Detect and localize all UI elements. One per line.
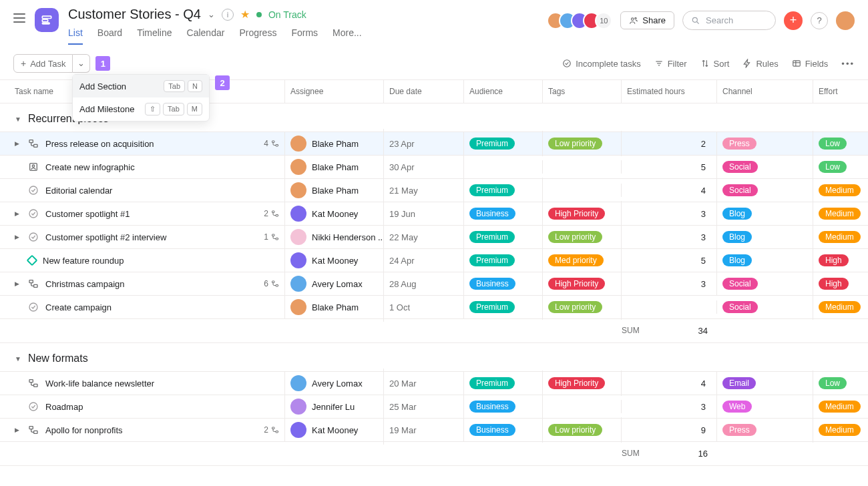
channel-cell[interactable]: Web bbox=[717, 394, 813, 419]
effort-cell[interactable]: Medium bbox=[813, 224, 868, 250]
task-name[interactable]: Roadmap bbox=[45, 402, 279, 412]
member-avatars[interactable]: 10 bbox=[547, 12, 612, 29]
tag-pill[interactable]: High Priority bbox=[548, 377, 605, 389]
audience-cell[interactable]: Business bbox=[464, 417, 543, 443]
tab-more[interactable]: More... bbox=[333, 27, 362, 45]
fields-button[interactable]: Fields bbox=[792, 59, 829, 69]
tag-pill[interactable]: High bbox=[819, 278, 849, 290]
hours-cell[interactable]: 9 bbox=[622, 419, 717, 442]
task-row[interactable]: ▶Christmas campaign6 Avery Lomax28 AugBu… bbox=[0, 272, 868, 296]
task-name[interactable]: Work-life balance newsletter bbox=[45, 379, 279, 389]
hours-cell[interactable]: 4 bbox=[622, 372, 717, 395]
title-chevron-icon[interactable]: ⌄ bbox=[208, 9, 215, 19]
hours-cell[interactable]: 3 bbox=[622, 226, 717, 249]
tags-cell[interactable]: Med priority bbox=[543, 248, 622, 273]
project-title[interactable]: Customer Stories - Q4 bbox=[68, 7, 201, 22]
tag-pill[interactable]: Social bbox=[722, 161, 758, 173]
audience-cell[interactable]: Premium bbox=[464, 294, 543, 320]
tag-pill[interactable]: Low bbox=[819, 161, 847, 173]
tags-cell[interactable] bbox=[543, 184, 622, 197]
tag-pill[interactable]: Business bbox=[469, 208, 515, 220]
tag-pill[interactable]: Press bbox=[722, 424, 756, 436]
due-date-cell[interactable]: 22 May bbox=[384, 226, 464, 249]
task-name[interactable]: Create new infographic bbox=[45, 162, 279, 172]
effort-cell[interactable]: Medium bbox=[813, 201, 868, 226]
tab-forms[interactable]: Forms bbox=[291, 27, 318, 45]
col-channel[interactable]: Channel bbox=[717, 80, 813, 103]
rules-button[interactable]: Rules bbox=[742, 59, 778, 69]
tag-pill[interactable]: Press bbox=[722, 138, 756, 150]
task-row[interactable]: ▶Customer spotlight #12 Kat Mooney19 Jun… bbox=[0, 202, 868, 226]
task-name[interactable]: Customer spotlight #2 interview bbox=[45, 232, 257, 242]
tag-pill[interactable]: Medium bbox=[819, 301, 861, 313]
tag-pill[interactable]: Low bbox=[819, 138, 847, 150]
channel-cell[interactable]: Email bbox=[717, 371, 813, 396]
tag-pill[interactable]: Premium bbox=[469, 138, 515, 150]
tag-pill[interactable]: Medium bbox=[819, 231, 861, 243]
audience-cell[interactable]: Business bbox=[464, 394, 543, 419]
tag-pill[interactable]: Low priority bbox=[548, 138, 602, 150]
channel-cell[interactable]: Press bbox=[717, 131, 813, 156]
status-text[interactable]: On Track bbox=[268, 9, 306, 20]
col-tags[interactable]: Tags bbox=[543, 80, 622, 103]
tag-pill[interactable]: Business bbox=[469, 424, 515, 436]
tag-pill[interactable]: Business bbox=[469, 401, 515, 413]
task-name[interactable]: Create campaign bbox=[45, 302, 279, 312]
tab-list[interactable]: List bbox=[68, 27, 83, 45]
tag-pill[interactable]: Blog bbox=[722, 208, 752, 220]
section-collapse-icon[interactable]: ▼ bbox=[15, 115, 21, 123]
due-date-cell[interactable]: 19 Jun bbox=[384, 202, 464, 226]
hours-cell[interactable] bbox=[622, 300, 717, 314]
task-name[interactable]: Customer spotlight #1 bbox=[45, 209, 257, 219]
profile-avatar[interactable] bbox=[836, 11, 855, 30]
tag-pill[interactable]: Web bbox=[722, 401, 752, 413]
add-task-button[interactable]: + Add Task bbox=[13, 54, 73, 73]
effort-cell[interactable]: Medium bbox=[813, 394, 868, 419]
filter-button[interactable]: Filter bbox=[654, 59, 687, 69]
task-row[interactable]: Create campaignBlake Pham1 OctPremiumLow… bbox=[0, 296, 868, 319]
search-input[interactable]: Search bbox=[682, 11, 776, 30]
effort-cell[interactable]: Medium bbox=[813, 178, 868, 203]
tag-pill[interactable]: High Priority bbox=[548, 208, 605, 220]
tag-pill[interactable]: Premium bbox=[469, 377, 515, 389]
hours-cell[interactable]: 4 bbox=[622, 179, 717, 202]
tags-cell[interactable]: High Priority bbox=[543, 371, 622, 396]
tags-cell[interactable] bbox=[543, 400, 622, 413]
audience-cell[interactable]: Premium bbox=[464, 224, 543, 250]
tags-cell[interactable]: High Priority bbox=[543, 271, 622, 296]
effort-cell[interactable]: Medium bbox=[813, 417, 868, 443]
hours-cell[interactable]: 3 bbox=[622, 395, 717, 419]
tag-pill[interactable]: Low priority bbox=[548, 231, 602, 243]
task-name[interactable]: Christmas campaign bbox=[45, 279, 257, 289]
effort-cell[interactable]: Low bbox=[813, 131, 868, 156]
effort-cell[interactable]: High bbox=[813, 248, 868, 273]
share-button[interactable]: Share bbox=[620, 11, 674, 29]
tab-calendar[interactable]: Calendar bbox=[187, 27, 225, 45]
star-icon[interactable]: ★ bbox=[240, 8, 250, 21]
channel-cell[interactable]: Blog bbox=[717, 201, 813, 226]
tag-pill[interactable]: Social bbox=[722, 278, 758, 290]
tag-pill[interactable]: Blog bbox=[722, 231, 752, 243]
tag-pill[interactable]: Low priority bbox=[548, 424, 602, 436]
task-row[interactable]: Editorial calendarBlake Pham21 MayPremiu… bbox=[0, 179, 868, 202]
dropdown-add-milestone[interactable]: Add Milestone ⇧ Tab M bbox=[73, 97, 209, 121]
channel-cell[interactable]: Social bbox=[717, 178, 813, 203]
tag-pill[interactable]: Blog bbox=[722, 254, 752, 266]
channel-cell[interactable]: Social bbox=[717, 271, 813, 296]
tab-progress[interactable]: Progress bbox=[239, 27, 276, 45]
channel-cell[interactable]: Social bbox=[717, 154, 813, 180]
tags-cell[interactable]: Low priority bbox=[543, 294, 622, 320]
section-header[interactable]: ▼New formats bbox=[0, 343, 868, 372]
channel-cell[interactable]: Blog bbox=[717, 224, 813, 250]
tags-cell[interactable]: Low priority bbox=[543, 417, 622, 443]
tag-pill[interactable]: Medium bbox=[819, 208, 861, 220]
tags-cell[interactable]: Low priority bbox=[543, 131, 622, 156]
tags-cell[interactable]: High Priority bbox=[543, 201, 622, 226]
col-assignee[interactable]: Assignee bbox=[285, 80, 384, 103]
menu-toggle[interactable] bbox=[13, 13, 25, 23]
member-count[interactable]: 10 bbox=[595, 12, 612, 29]
tab-timeline[interactable]: Timeline bbox=[137, 27, 172, 45]
task-name[interactable]: Editorial calendar bbox=[45, 186, 279, 196]
section-collapse-icon[interactable]: ▼ bbox=[15, 355, 21, 362]
tag-pill[interactable]: Social bbox=[722, 301, 758, 313]
